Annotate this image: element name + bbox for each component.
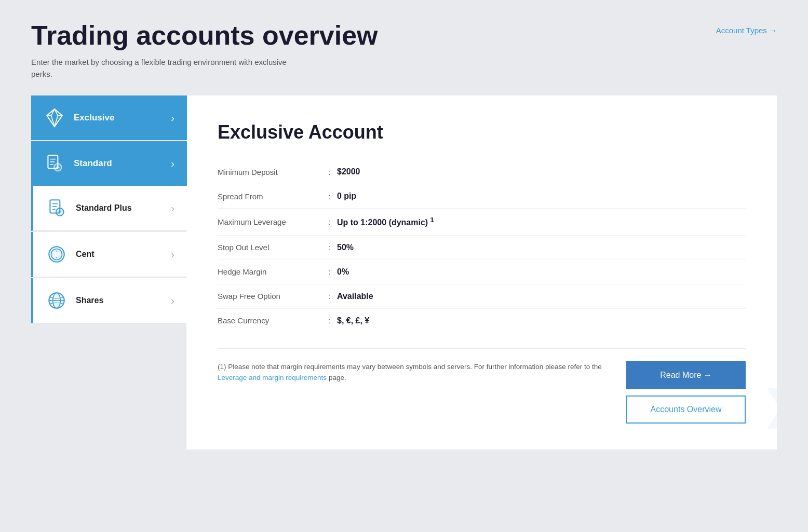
coin-icon: [46, 243, 68, 265]
field-value: 0%: [337, 260, 746, 284]
document-icon: [44, 153, 65, 174]
field-value: 50%: [337, 235, 746, 260]
svg-marker-0: [47, 109, 62, 127]
table-row: Spread From : 0 pip: [218, 184, 746, 209]
table-row: Hedge Margin : 0%: [218, 260, 746, 284]
read-more-button[interactable]: Read More →: [626, 361, 746, 389]
footnote-suffix: page.: [329, 374, 346, 381]
table-row: Stop Out Level : 50%: [218, 235, 746, 260]
sidebar-item-exclusive-label: Exclusive: [74, 113, 114, 123]
watermark-decoration: ›: [763, 340, 777, 449]
field-value: $, €, £, ¥: [337, 308, 746, 333]
diamond-icon: [44, 107, 65, 129]
action-buttons: Read More → Accounts Overview: [626, 361, 746, 424]
field-label: Minimum Deposit: [218, 160, 321, 184]
field-value: $2000: [337, 160, 746, 184]
sidebar-item-standard-plus-label: Standard Plus: [76, 203, 132, 213]
field-colon: :: [321, 308, 337, 333]
sidebar-item-standard[interactable]: Standard ›: [31, 141, 187, 186]
sidebar-item-standard-plus[interactable]: Standard Plus ›: [31, 186, 187, 231]
sidebar-item-standard-label: Standard: [74, 158, 112, 169]
document-plus-icon: [46, 197, 68, 219]
table-row: Base Currency : $, €, £, ¥: [218, 308, 746, 333]
detail-panel: Exclusive Account Minimum Deposit : $200…: [186, 96, 777, 449]
sidebar-item-shares-label: Shares: [76, 296, 103, 305]
field-value: 0 pip: [337, 184, 746, 209]
account-detail-table: Minimum Deposit : $2000 Spread From : 0 …: [218, 160, 746, 332]
field-label: Base Currency: [218, 308, 321, 333]
field-colon: :: [321, 235, 337, 260]
accounts-overview-button[interactable]: Accounts Overview: [626, 395, 746, 424]
field-value: Available: [337, 284, 746, 308]
leverage-margin-link[interactable]: Leverage and margin requirements: [218, 374, 327, 381]
chevron-right-icon-shares: ›: [171, 295, 174, 307]
divider: [218, 348, 746, 349]
field-colon: :: [321, 209, 337, 235]
bottom-section: (1) Please note that margin requirements…: [218, 361, 746, 424]
field-label: Spread From: [218, 184, 321, 209]
field-label: Hedge Margin: [218, 260, 321, 284]
field-colon: :: [321, 160, 337, 184]
sidebar-item-cent-label: Cent: [76, 250, 95, 259]
field-label: Swap Free Option: [218, 284, 321, 308]
footnote-text: (1) Please note that margin requirements…: [218, 363, 602, 371]
field-colon: :: [321, 284, 337, 308]
chevron-right-icon-exclusive: ›: [171, 112, 174, 124]
footnote: (1) Please note that margin requirements…: [218, 361, 611, 384]
field-colon: :: [321, 184, 337, 209]
globe-icon: [46, 290, 68, 311]
sidebar-item-shares[interactable]: Shares ›: [31, 278, 187, 323]
sidebar-item-cent[interactable]: Cent ›: [31, 232, 187, 277]
field-label: Stop Out Level: [218, 235, 321, 260]
account-types-link[interactable]: Account Types →: [716, 26, 777, 35]
chevron-right-icon-cent: ›: [171, 249, 174, 261]
table-row: Swap Free Option : Available: [218, 284, 746, 308]
account-detail-title: Exclusive Account: [218, 121, 746, 143]
field-colon: :: [321, 260, 337, 284]
page-subtitle: Enter the market by choosing a flexible …: [31, 57, 301, 80]
table-row: Maximum Leverage : Up to 1:2000 (dynamic…: [218, 209, 746, 235]
field-value: Up to 1:2000 (dynamic) 1: [337, 209, 746, 235]
chevron-right-icon-standard-plus: ›: [171, 202, 174, 214]
table-row: Minimum Deposit : $2000: [218, 160, 746, 184]
chevron-right-icon-standard: ›: [171, 158, 174, 170]
sidebar: Exclusive ›: [31, 96, 187, 449]
sidebar-item-exclusive[interactable]: Exclusive ›: [31, 96, 187, 140]
field-label: Maximum Leverage: [218, 209, 321, 235]
page-title: Trading accounts overview: [31, 21, 378, 50]
